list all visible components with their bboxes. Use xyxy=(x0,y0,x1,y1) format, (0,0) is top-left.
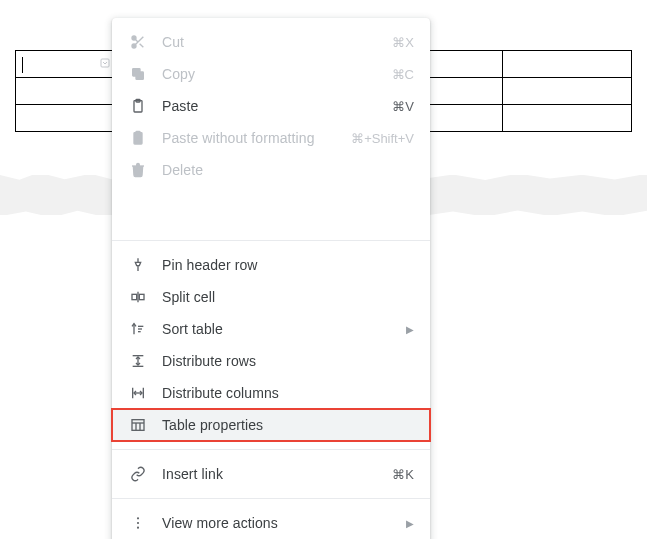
svg-point-32 xyxy=(137,527,139,529)
svg-rect-7 xyxy=(133,69,140,76)
menu-item-distribute-columns[interactable]: Distribute columns xyxy=(112,377,430,409)
menu-label: Pin header row xyxy=(162,257,414,273)
svg-rect-14 xyxy=(139,294,144,299)
menu-label: Insert link xyxy=(162,466,392,482)
document-canvas: Cut ⌘X Copy ⌘C Paste ⌘V xyxy=(0,0,647,539)
menu-shortcut: ⌘V xyxy=(392,99,414,114)
menu-item-delete: Delete xyxy=(112,154,430,186)
menu-label: Table properties xyxy=(162,417,414,433)
menu-label: View more actions xyxy=(162,515,406,531)
menu-shortcut: ⌘+Shift+V xyxy=(351,131,414,146)
menu-shortcut: ⌘K xyxy=(392,467,414,482)
menu-item-distribute-rows[interactable]: Distribute rows xyxy=(112,345,430,377)
svg-point-30 xyxy=(137,517,139,519)
menu-label: Distribute rows xyxy=(162,353,414,369)
menu-section-clipboard: Cut ⌘X Copy ⌘C Paste ⌘V xyxy=(112,24,430,188)
more-vertical-icon xyxy=(128,513,148,533)
menu-item-split-cell[interactable]: Split cell xyxy=(112,281,430,313)
menu-separator xyxy=(112,240,430,241)
svg-point-2 xyxy=(132,44,136,48)
cell-dropdown-icon[interactable] xyxy=(99,57,111,69)
table-cell[interactable] xyxy=(503,105,632,132)
menu-section-link: Insert link ⌘K xyxy=(112,456,430,492)
svg-point-1 xyxy=(132,36,136,40)
svg-rect-26 xyxy=(132,420,144,431)
text-caret xyxy=(22,57,23,73)
link-icon xyxy=(128,464,148,484)
menu-item-paste[interactable]: Paste ⌘V xyxy=(112,90,430,122)
menu-shortcut: ⌘X xyxy=(392,35,414,50)
menu-label: Copy xyxy=(162,66,392,82)
svg-rect-11 xyxy=(136,131,140,134)
menu-label: Sort table xyxy=(162,321,406,337)
menu-hidden-gap xyxy=(112,188,430,234)
svg-line-5 xyxy=(135,39,138,42)
menu-separator xyxy=(112,498,430,499)
trash-icon xyxy=(128,160,148,180)
menu-label: Cut xyxy=(162,34,392,50)
menu-label: Paste xyxy=(162,98,392,114)
menu-label: Distribute columns xyxy=(162,385,414,401)
sort-icon xyxy=(128,319,148,339)
menu-shortcut: ⌘C xyxy=(392,67,414,82)
menu-label: Delete xyxy=(162,162,414,178)
table-cell[interactable] xyxy=(16,78,116,105)
menu-item-sort-table[interactable]: Sort table ▶ xyxy=(112,313,430,345)
menu-label: Paste without formatting xyxy=(162,130,351,146)
menu-item-table-properties[interactable]: Table properties xyxy=(112,409,430,441)
svg-rect-13 xyxy=(132,294,137,299)
table-cell[interactable] xyxy=(503,78,632,105)
svg-line-4 xyxy=(140,44,144,48)
distribute-rows-icon xyxy=(128,351,148,371)
table-cell[interactable] xyxy=(16,105,116,132)
submenu-arrow-icon: ▶ xyxy=(406,324,414,335)
menu-section-more: View more actions ▶ xyxy=(112,505,430,539)
menu-item-cut: Cut ⌘X xyxy=(112,26,430,58)
menu-item-paste-without-formatting: Paste without formatting ⌘+Shift+V xyxy=(112,122,430,154)
menu-separator xyxy=(112,449,430,450)
copy-icon xyxy=(128,64,148,84)
menu-item-insert-link[interactable]: Insert link ⌘K xyxy=(112,458,430,490)
split-cell-icon xyxy=(128,287,148,307)
clipboard-icon xyxy=(128,96,148,116)
table-cell[interactable] xyxy=(503,51,632,78)
menu-label: Split cell xyxy=(162,289,414,305)
submenu-arrow-icon: ▶ xyxy=(406,518,414,529)
menu-item-pin-header-row[interactable]: Pin header row xyxy=(112,249,430,281)
menu-section-table: Pin header row Split cell Sort table ▶ xyxy=(112,247,430,443)
distribute-columns-icon xyxy=(128,383,148,403)
menu-item-view-more-actions[interactable]: View more actions ▶ xyxy=(112,507,430,539)
menu-item-copy: Copy ⌘C xyxy=(112,58,430,90)
svg-point-31 xyxy=(137,522,139,524)
pin-icon xyxy=(128,255,148,275)
table-cell[interactable] xyxy=(16,51,116,78)
context-menu: Cut ⌘X Copy ⌘C Paste ⌘V xyxy=(112,18,430,539)
scissors-icon xyxy=(128,32,148,52)
table-icon xyxy=(128,415,148,435)
clipboard-plain-icon xyxy=(128,128,148,148)
svg-rect-0 xyxy=(101,59,109,67)
